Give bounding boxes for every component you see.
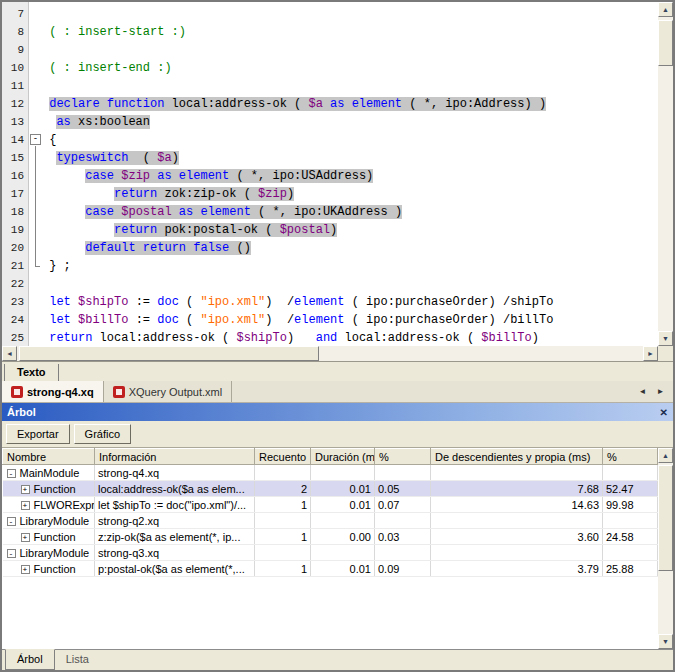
column-header-duracion[interactable]: Duración (ms) — [311, 449, 375, 465]
node-name-label: Function — [34, 483, 76, 495]
column-header-pct2[interactable]: % — [603, 449, 658, 465]
fold-margin: - — [29, 2, 42, 346]
table-row[interactable]: +Functionz:zip-ok($a as element(*, ip...… — [3, 529, 658, 545]
scrollbar-track[interactable] — [658, 463, 673, 634]
scroll-down-icon[interactable]: ▼ — [658, 331, 673, 346]
node-name-label: MainModule — [20, 467, 80, 479]
scroll-up-icon[interactable]: ▲ — [658, 2, 673, 17]
expand-icon[interactable]: + — [21, 533, 30, 542]
column-header-nombre[interactable]: Nombre — [3, 449, 95, 465]
collapse-icon[interactable]: - — [7, 549, 16, 558]
scrollbar-thumb[interactable] — [658, 465, 673, 571]
code-line[interactable]: let $billTo := doc ( "ipo.xml") /element… — [42, 311, 658, 329]
code-line[interactable]: { — [42, 131, 658, 149]
code-line[interactable] — [42, 77, 658, 95]
recuento-cell: 1 — [255, 561, 311, 577]
exportar-button[interactable]: Exportar — [6, 424, 70, 444]
descendientes-cell: 7.68 — [431, 481, 603, 497]
nombre-cell: +Function — [3, 481, 95, 497]
table-vertical-scrollbar[interactable]: ▲ ▼ — [658, 448, 673, 649]
code-line[interactable]: declare function local:address-ok ( $a a… — [42, 95, 658, 113]
expand-icon[interactable]: + — [21, 565, 30, 574]
pct2-cell: 25.88 — [603, 561, 658, 577]
table-row[interactable]: -LibraryModulestrong-q3.xq — [3, 545, 658, 561]
code-line[interactable]: case $postal as element ( *, ipo:UKAddre… — [42, 203, 658, 221]
fold-margin-cell — [29, 59, 42, 77]
code-line[interactable] — [42, 5, 658, 23]
table-row[interactable]: +FLWORExprlet $shipTo := doc("ipo.xml")/… — [3, 497, 658, 513]
fold-margin-cell — [29, 77, 42, 95]
table-row[interactable]: +Functionp:postal-ok($a as element(*,...… — [3, 561, 658, 577]
scroll-left-icon[interactable]: ◄ — [2, 346, 17, 361]
xquery-editor[interactable]: 78910111213141516171819202122232425 - ( … — [2, 2, 673, 362]
editor-horizontal-scrollbar-row: ◄ ► — [2, 346, 673, 361]
column-header-informacion[interactable]: Información — [95, 449, 255, 465]
tab-scroll-left-icon[interactable]: ◄ — [635, 384, 650, 399]
app-window: 78910111213141516171819202122232425 - ( … — [0, 0, 675, 672]
line-number: 15 — [2, 149, 24, 167]
code-line[interactable] — [42, 41, 658, 59]
code-line[interactable]: default return false () — [42, 239, 658, 257]
expand-icon[interactable]: + — [21, 501, 30, 510]
descendientes-cell — [431, 545, 603, 561]
editor-vertical-scrollbar[interactable]: ▲ ▼ — [658, 2, 673, 346]
scroll-up-icon[interactable]: ▲ — [658, 448, 673, 463]
scrollbar-track[interactable] — [658, 17, 673, 331]
fold-margin-cell — [29, 23, 42, 41]
scrollbar-track[interactable] — [17, 346, 643, 361]
code-area[interactable]: ( : insert-start :) ( : insert-end :) de… — [42, 2, 658, 346]
tab-xquery-output-xml[interactable]: XQuery Output.xml — [104, 381, 233, 402]
expand-icon[interactable]: + — [21, 485, 30, 494]
tab-strong-q4-xq[interactable]: strong-q4.xq — [2, 381, 104, 402]
line-number: 12 — [2, 95, 24, 113]
code-line[interactable]: let $shipTo := doc ( "ipo.xml") /element… — [42, 293, 658, 311]
nombre-cell: -LibraryModule — [3, 545, 95, 561]
tab-lista[interactable]: Lista — [55, 650, 100, 670]
close-icon[interactable]: ✕ — [660, 407, 668, 418]
table-row[interactable]: -LibraryModulestrong-q2.xq — [3, 513, 658, 529]
table-row[interactable]: -MainModulestrong-q4.xq — [3, 465, 658, 481]
tab-arbol[interactable]: Árbol — [5, 649, 55, 670]
informacion-cell: strong-q4.xq — [95, 465, 255, 481]
code-line[interactable]: as xs:boolean — [42, 113, 658, 131]
scrollbar-thumb[interactable] — [658, 20, 673, 66]
collapse-icon[interactable]: - — [7, 469, 16, 478]
fold-margin-cell — [29, 95, 42, 113]
fold-minus-icon[interactable]: - — [30, 134, 41, 145]
code-line[interactable] — [42, 275, 658, 293]
code-line[interactable]: return pok:postal-ok ( $postal) — [42, 221, 658, 239]
collapse-icon[interactable]: - — [7, 517, 16, 526]
scrollbar-thumb[interactable] — [19, 346, 319, 361]
column-header-recuento[interactable]: Recuento — [255, 449, 311, 465]
code-line[interactable]: return zok:zip-ok ( $zip) — [42, 185, 658, 203]
line-number: 22 — [2, 275, 24, 293]
recuento-cell — [255, 513, 311, 529]
collapse-region-icon[interactable]: - — [29, 131, 42, 149]
code-line[interactable]: case $zip as element ( *, ipo:USAddress) — [42, 167, 658, 185]
code-line[interactable]: } ; — [42, 257, 658, 275]
duracion-cell — [311, 465, 375, 481]
document-tab-bar: strong-q4.xq XQuery Output.xml ◄ ► — [2, 381, 673, 403]
fold-margin-cell — [29, 275, 42, 293]
pct-cell — [375, 513, 431, 529]
nombre-cell: +Function — [3, 529, 95, 545]
code-line[interactable]: return local:address-ok ( $shipTo) and l… — [42, 329, 658, 346]
grafico-button[interactable]: Gráfico — [74, 424, 131, 444]
view-tab-bar: Árbol Lista — [2, 649, 673, 670]
fold-margin-cell — [29, 41, 42, 59]
tab-scroll-right-icon[interactable]: ► — [653, 384, 668, 399]
descendientes-cell — [431, 465, 603, 481]
table-row[interactable]: +Functionlocal:address-ok($a as elem...2… — [3, 481, 658, 497]
pct2-cell — [603, 465, 658, 481]
editor-horizontal-scrollbar[interactable]: ◄ ► — [2, 346, 658, 361]
scroll-right-icon[interactable]: ► — [643, 346, 658, 361]
column-header-pct[interactable]: % — [375, 449, 431, 465]
code-line[interactable]: typeswitch ( $a) — [42, 149, 658, 167]
descendientes-cell — [431, 513, 603, 529]
code-line[interactable]: ( : insert-end :) — [42, 59, 658, 77]
code-line[interactable]: ( : insert-start :) — [42, 23, 658, 41]
scroll-down-icon[interactable]: ▼ — [658, 634, 673, 649]
column-header-descendientes[interactable]: De descendientes y propia (ms) — [431, 449, 603, 465]
pct2-cell: 52.47 — [603, 481, 658, 497]
line-number: 8 — [2, 23, 24, 41]
